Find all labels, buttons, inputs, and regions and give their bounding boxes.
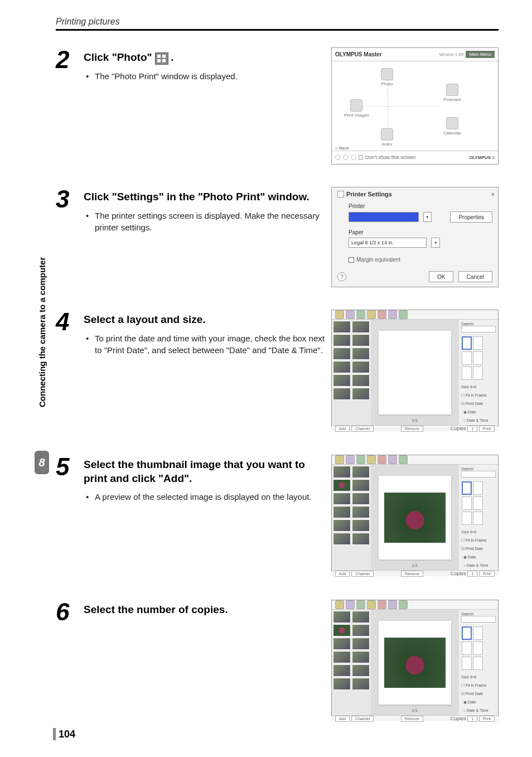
size-value[interactable]: 4×6 — [470, 530, 477, 534]
remove-button[interactable]: Remove — [401, 426, 423, 432]
thumbnail[interactable] — [333, 361, 351, 373]
date-radio-label[interactable]: Date — [468, 410, 476, 414]
thumbnail[interactable] — [352, 533, 370, 545]
layout-option[interactable] — [462, 626, 472, 640]
layout-option[interactable] — [462, 657, 472, 670]
dropdown-arrow-icon[interactable]: ▾ — [431, 238, 440, 248]
thumbnail[interactable] — [333, 334, 351, 346]
layout-option[interactable] — [462, 481, 472, 495]
layout-option[interactable] — [473, 657, 483, 670]
thumbnail[interactable] — [333, 519, 351, 532]
thumbnail[interactable] — [333, 506, 351, 518]
thumbnail[interactable] — [333, 374, 351, 387]
fit-frame-checkbox-label[interactable]: Fit in Frame — [466, 538, 486, 542]
layout-option[interactable] — [462, 336, 472, 350]
layout-option[interactable] — [462, 351, 472, 365]
thumbnail[interactable] — [352, 466, 370, 478]
thumbnail[interactable] — [333, 348, 351, 360]
toolbar-icon[interactable] — [335, 455, 344, 464]
copies-input[interactable]: 1 — [467, 426, 477, 432]
layout-option[interactable] — [462, 512, 472, 525]
margin-checkbox[interactable] — [349, 257, 354, 263]
toolbar-icon[interactable] — [399, 310, 408, 319]
toolbar-icon[interactable] — [388, 600, 397, 609]
thumbnail[interactable] — [352, 374, 370, 387]
toolbar-icon[interactable] — [388, 310, 397, 319]
remove-button[interactable]: Remove — [401, 571, 423, 577]
thumbnail[interactable] — [352, 624, 370, 637]
menu-item-print-images[interactable]: Print Images — [344, 99, 369, 118]
copies-input[interactable]: 1 — [467, 571, 477, 577]
close-button[interactable]: × — [491, 191, 495, 197]
channel-button[interactable]: Channel — [351, 426, 374, 432]
menu-item-index[interactable]: Index — [381, 128, 393, 147]
help-button[interactable]: ? — [337, 272, 346, 281]
layout-option[interactable] — [473, 351, 483, 365]
date-time-radio-label[interactable]: Date & Time — [467, 708, 489, 712]
toolbar-icon[interactable] — [346, 455, 355, 464]
toolbar-icon[interactable] — [367, 455, 376, 464]
thumbnail[interactable] — [333, 611, 351, 623]
dont-show-checkbox[interactable] — [359, 155, 363, 160]
footer-icon[interactable] — [343, 155, 349, 160]
menu-item-calendar[interactable]: Calendar — [443, 117, 461, 136]
print-button[interactable]: Print — [479, 571, 495, 577]
toolbar-icon[interactable] — [367, 600, 376, 609]
search-input[interactable] — [461, 326, 496, 332]
layout-option[interactable] — [462, 367, 472, 380]
main-menu-button[interactable]: Main Menu — [466, 51, 495, 58]
size-value[interactable]: 4×6 — [470, 385, 477, 389]
paper-select[interactable]: Legal 8 1/2 x 14 in. — [349, 238, 427, 248]
toolbar-icon[interactable] — [335, 310, 344, 319]
toolbar-icon[interactable] — [378, 600, 386, 609]
thumbnail[interactable] — [352, 361, 370, 373]
printer-select[interactable] — [349, 212, 419, 222]
thumbnail[interactable] — [333, 533, 351, 545]
ok-button[interactable]: OK — [429, 271, 453, 282]
thumbnail[interactable] — [352, 664, 370, 677]
layout-option[interactable] — [473, 642, 483, 655]
cancel-button[interactable]: Cancel — [458, 271, 492, 282]
add-button[interactable]: Add — [335, 716, 350, 722]
layout-option[interactable] — [473, 626, 483, 640]
print-date-checkbox-label[interactable]: Print Date — [466, 547, 483, 551]
thumbnail[interactable] — [352, 506, 370, 518]
toolbar-icon[interactable] — [346, 600, 355, 609]
add-button[interactable]: Add — [335, 571, 350, 577]
thumbnail[interactable] — [333, 321, 351, 333]
thumbnail[interactable] — [352, 388, 370, 400]
toolbar-icon[interactable] — [346, 310, 355, 319]
toolbar-icon[interactable] — [399, 455, 408, 464]
thumbnail[interactable] — [352, 678, 370, 690]
thumbnail[interactable] — [352, 611, 370, 623]
toolbar-icon[interactable] — [367, 310, 376, 319]
menu-item-postcard[interactable]: Postcard — [443, 84, 461, 102]
date-radio-label[interactable]: Date — [468, 700, 476, 704]
toolbar-icon[interactable] — [335, 600, 344, 609]
thumbnail[interactable] — [352, 321, 370, 333]
layout-option[interactable] — [462, 642, 472, 655]
layout-option[interactable] — [473, 367, 483, 380]
thumbnail[interactable] — [352, 651, 370, 663]
thumbnail[interactable] — [333, 638, 351, 650]
properties-button[interactable]: Properties — [450, 211, 492, 223]
toolbar-icon[interactable] — [388, 455, 397, 464]
thumbnail[interactable] — [333, 678, 351, 690]
toolbar-icon[interactable] — [356, 600, 365, 609]
toolbar-icon[interactable] — [378, 310, 386, 319]
layout-option[interactable] — [473, 336, 483, 350]
size-value[interactable]: 4×6 — [470, 675, 477, 679]
date-time-radio-label[interactable]: Date & Time — [467, 563, 489, 567]
search-input[interactable] — [461, 616, 496, 623]
toolbar-icon[interactable] — [378, 455, 386, 464]
layout-option[interactable] — [473, 481, 483, 495]
print-date-checkbox-label[interactable]: Print Date — [466, 692, 483, 696]
toolbar-icon[interactable] — [356, 455, 365, 464]
date-radio-label[interactable]: Date — [468, 555, 476, 559]
fit-frame-checkbox-label[interactable]: Fit in Frame — [466, 393, 486, 397]
brand-x[interactable]: x — [492, 155, 495, 160]
thumbnail[interactable] — [352, 638, 370, 650]
copies-input[interactable]: 1 — [467, 716, 477, 722]
layout-option[interactable] — [473, 512, 483, 525]
thumbnail[interactable] — [352, 334, 370, 346]
